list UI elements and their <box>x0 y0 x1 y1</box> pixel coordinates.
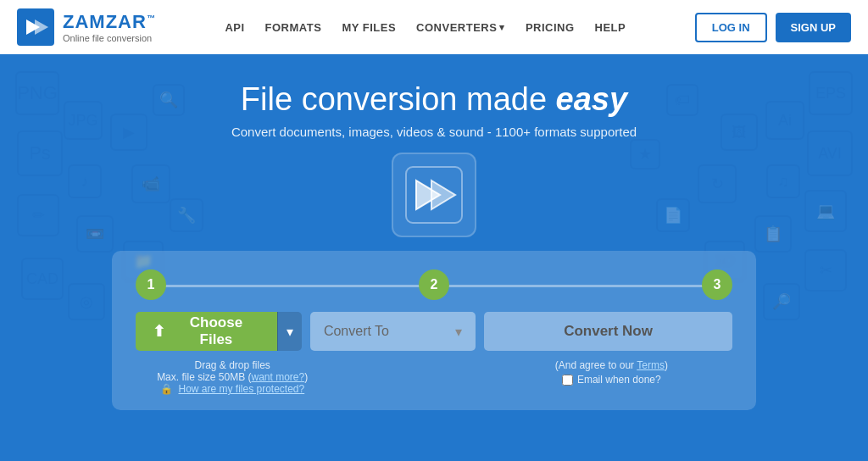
nav-converters[interactable]: CONVERTERS ▾ <box>416 21 505 34</box>
header: ZAMZAR™ Online file conversion API FORMA… <box>0 0 868 54</box>
doodle-refresh: ↻ <box>698 164 737 203</box>
doodle-scissors: ✂ <box>804 249 847 292</box>
lock-icon: 🔒 <box>160 383 173 395</box>
doodle-cad: CAD <box>21 258 64 300</box>
signup-button[interactable]: SIGN UP <box>776 13 851 42</box>
drag-drop-text: Drag & drop files <box>136 359 329 371</box>
doodle-music: ♪ <box>68 164 102 198</box>
protected-text-row: 🔒 How are my files protected? <box>136 383 329 395</box>
choose-files-caret[interactable]: ▾ <box>277 312 302 351</box>
logo-area: ZAMZAR™ Online file conversion <box>17 8 156 46</box>
logo-icon <box>17 8 54 46</box>
doodle-video: 📹 <box>131 164 170 203</box>
main-content: PNG JPG Ps ♪ ▶ ✏ 📹 📼 CAD 📁 ◎ 🔍 🔧 EPS Ai … <box>0 54 868 461</box>
terms-link[interactable]: Terms <box>637 359 665 371</box>
doodle-magnify: 🔎 <box>763 283 800 320</box>
conversion-box: 1 2 3 ⬆ Choose Files ▾ Convert To ▾ <box>112 251 756 410</box>
hero-section: File conversion made easy Convert docume… <box>0 54 868 139</box>
logo-text-area: ZAMZAR™ Online file conversion <box>63 11 156 43</box>
max-size-text: Max. file size 50MB (want more?) <box>136 371 329 383</box>
chevron-down-icon: ▾ <box>287 324 293 340</box>
info-row: Drag & drop files Max. file size 50MB (w… <box>136 359 732 395</box>
terms-row: (And agree to our Terms) <box>491 359 732 371</box>
svg-marker-1 <box>35 19 48 35</box>
step-2: 2 <box>419 269 449 300</box>
convert-now-button[interactable]: Convert Now <box>484 312 732 351</box>
nav-api[interactable]: API <box>225 21 244 34</box>
doodle-note: ♫ <box>766 164 800 198</box>
logo-subtitle: Online file conversion <box>63 33 156 43</box>
hero-title: File conversion made easy <box>0 81 868 118</box>
doodle-tools: 🔧 <box>170 198 203 232</box>
step-3: 3 <box>702 269 732 300</box>
upload-icon: ⬆ <box>153 322 165 341</box>
chevron-down-icon: ▾ <box>499 22 505 33</box>
email-label: Email when done? <box>577 374 661 386</box>
doodle-cassette: 📼 <box>76 215 114 253</box>
nav-help[interactable]: HELP <box>595 21 626 34</box>
auth-buttons: LOG IN SIGN UP <box>695 13 851 42</box>
protected-link[interactable]: How are my files protected? <box>178 383 304 395</box>
choose-files-button[interactable]: ⬆ Choose Files <box>136 312 277 351</box>
email-checkbox[interactable] <box>562 375 573 386</box>
doodle-copy: 📋 <box>754 215 792 253</box>
doodle-circle: ◎ <box>68 283 105 320</box>
doodle-star: ★ <box>630 139 660 169</box>
steps-row: 1 2 3 <box>136 269 732 300</box>
zamzar-center-icon <box>404 165 464 225</box>
nav-formats[interactable]: FORMATS <box>265 21 322 34</box>
drag-drop-info: Drag & drop files Max. file size 50MB (w… <box>136 359 329 395</box>
chevron-down-icon: ▾ <box>455 324 462 340</box>
logo-name: ZAMZAR™ <box>63 11 156 33</box>
terms-email-info: (And agree to our Terms) Email when done… <box>491 359 732 386</box>
nav-my-files[interactable]: MY FILES <box>342 21 396 34</box>
doodle-pencil: ✏ <box>17 194 59 236</box>
hero-subtitle: Convert documents, images, videos & soun… <box>0 125 868 139</box>
action-buttons-row: ⬆ Choose Files ▾ Convert To ▾ Convert No… <box>136 312 732 351</box>
login-button[interactable]: LOG IN <box>695 13 767 42</box>
doodle-files: 📄 <box>656 198 690 232</box>
main-nav: API FORMATS MY FILES CONVERTERS ▾ PRICIN… <box>225 21 626 34</box>
nav-pricing[interactable]: PRICING <box>526 21 575 34</box>
center-logo <box>392 153 476 237</box>
svg-marker-4 <box>431 181 455 209</box>
choose-files-wrapper: ⬆ Choose Files ▾ <box>136 312 302 351</box>
doodle-laptop: 💻 <box>804 190 847 232</box>
email-row: Email when done? <box>491 374 732 386</box>
want-more-link[interactable]: want more? <box>252 371 305 383</box>
convert-to-select[interactable]: Convert To ▾ <box>310 312 476 351</box>
step-1: 1 <box>136 269 166 300</box>
